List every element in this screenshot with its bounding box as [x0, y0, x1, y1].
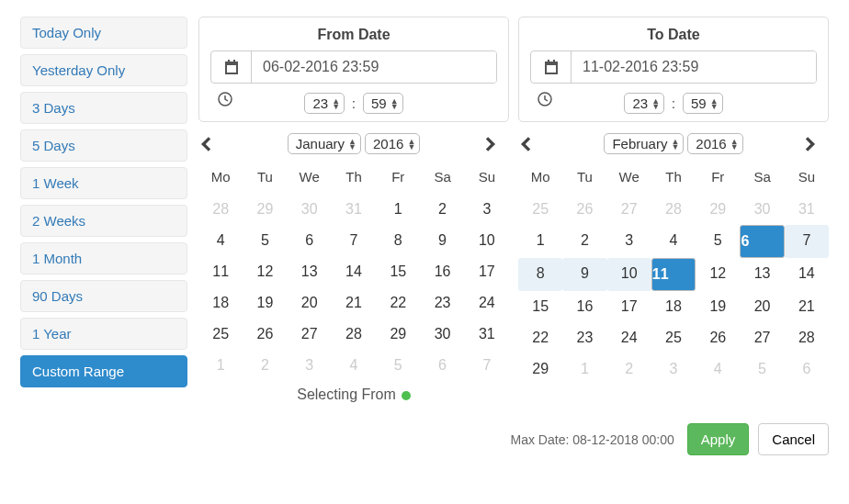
calendar-day[interactable]: 5: [376, 350, 420, 381]
next-month-button[interactable]: [805, 137, 827, 151]
preset-yesterday-only[interactable]: Yesterday Only: [20, 54, 187, 86]
calendar-day[interactable]: 7: [332, 225, 376, 256]
preset-custom-range[interactable]: Custom Range: [20, 355, 187, 387]
calendar-day[interactable]: 11: [651, 258, 696, 291]
preset-5-days[interactable]: 5 Days: [20, 129, 187, 162]
calendar-day[interactable]: 2: [562, 225, 606, 258]
from-month-select[interactable]: January▲▼: [288, 133, 361, 154]
from-hour-select[interactable]: 23▲▼: [304, 93, 345, 114]
calendar-day[interactable]: 25: [198, 319, 243, 350]
calendar-day[interactable]: 28: [198, 194, 243, 225]
from-date-input[interactable]: [210, 50, 497, 84]
calendar-day[interactable]: 6: [740, 225, 784, 258]
calendar-day[interactable]: 12: [243, 256, 287, 287]
calendar-day[interactable]: 24: [607, 322, 651, 353]
to-hour-select[interactable]: 23▲▼: [624, 93, 664, 114]
to-month-select[interactable]: February▲▼: [604, 133, 684, 154]
calendar-day[interactable]: 16: [562, 291, 606, 322]
calendar-day[interactable]: 28: [651, 194, 696, 225]
calendar-day[interactable]: 18: [651, 291, 696, 322]
calendar-day[interactable]: 26: [562, 194, 606, 225]
calendar-day[interactable]: 28: [785, 322, 829, 353]
calendar-day[interactable]: 16: [420, 256, 464, 287]
preset-1-week[interactable]: 1 Week: [20, 167, 187, 199]
calendar-day[interactable]: 31: [332, 194, 376, 225]
calendar-day[interactable]: 4: [651, 225, 696, 258]
calendar-day[interactable]: 7: [785, 225, 829, 258]
calendar-day[interactable]: 29: [696, 194, 740, 225]
apply-button[interactable]: Apply: [687, 423, 750, 455]
calendar-day[interactable]: 30: [740, 194, 784, 225]
calendar-day[interactable]: 1: [376, 194, 420, 225]
calendar-day[interactable]: 1: [198, 350, 243, 381]
cancel-button[interactable]: Cancel: [758, 423, 829, 455]
calendar-day[interactable]: 10: [465, 225, 509, 256]
calendar-day[interactable]: 12: [696, 258, 740, 291]
calendar-day[interactable]: 30: [420, 319, 464, 350]
calendar-day[interactable]: 23: [420, 287, 464, 319]
calendar-day[interactable]: 8: [518, 258, 562, 291]
calendar-day[interactable]: 4: [696, 353, 740, 385]
calendar-day[interactable]: 3: [288, 350, 332, 381]
calendar-day[interactable]: 3: [651, 353, 696, 385]
calendar-day[interactable]: 13: [740, 258, 784, 291]
calendar-day[interactable]: 17: [607, 291, 651, 322]
calendar-day[interactable]: 14: [332, 256, 376, 287]
calendar-day[interactable]: 25: [651, 322, 696, 353]
calendar-day[interactable]: 5: [696, 225, 740, 258]
calendar-day[interactable]: 24: [465, 287, 509, 319]
calendar-day[interactable]: 8: [376, 225, 420, 256]
calendar-day[interactable]: 2: [243, 350, 287, 381]
from-minute-select[interactable]: 59▲▼: [363, 93, 403, 114]
calendar-day[interactable]: 17: [465, 256, 509, 287]
calendar-day[interactable]: 20: [740, 291, 784, 322]
calendar-day[interactable]: 26: [696, 322, 740, 353]
calendar-day[interactable]: 6: [288, 225, 332, 256]
preset-1-year[interactable]: 1 Year: [20, 318, 187, 350]
calendar-day[interactable]: 20: [288, 287, 332, 319]
calendar-day[interactable]: 5: [740, 353, 784, 385]
calendar-day[interactable]: 3: [465, 194, 509, 225]
to-minute-select[interactable]: 59▲▼: [683, 93, 723, 114]
preset-90-days[interactable]: 90 Days: [20, 280, 187, 312]
calendar-day[interactable]: 21: [785, 291, 829, 322]
from-date-field[interactable]: [252, 51, 496, 83]
calendar-day[interactable]: 29: [376, 319, 420, 350]
calendar-day[interactable]: 22: [518, 322, 562, 353]
calendar-day[interactable]: 6: [420, 350, 464, 381]
next-month-button[interactable]: [485, 137, 507, 151]
preset-today-only[interactable]: Today Only: [20, 17, 187, 49]
calendar-day[interactable]: 2: [607, 353, 651, 385]
calendar-day[interactable]: 19: [696, 291, 740, 322]
calendar-day[interactable]: 7: [465, 350, 509, 381]
calendar-day[interactable]: 1: [518, 225, 562, 258]
calendar-day[interactable]: 13: [288, 256, 332, 287]
calendar-day[interactable]: 25: [518, 194, 562, 225]
calendar-day[interactable]: 15: [376, 256, 420, 287]
calendar-day[interactable]: 1: [562, 353, 606, 385]
prev-month-button[interactable]: [520, 137, 542, 151]
preset-2-weeks[interactable]: 2 Weeks: [20, 205, 187, 237]
calendar-day[interactable]: 4: [332, 350, 376, 381]
calendar-day[interactable]: 31: [785, 194, 829, 225]
calendar-day[interactable]: 3: [607, 225, 651, 258]
calendar-day[interactable]: 22: [376, 287, 420, 319]
calendar-day[interactable]: 29: [243, 194, 287, 225]
calendar-day[interactable]: 29: [518, 353, 562, 385]
calendar-day[interactable]: 18: [198, 287, 243, 319]
calendar-day[interactable]: 5: [243, 225, 287, 256]
calendar-day[interactable]: 31: [465, 319, 509, 350]
to-date-field[interactable]: [572, 51, 816, 83]
calendar-day[interactable]: 28: [332, 319, 376, 350]
calendar-day[interactable]: 27: [607, 194, 651, 225]
to-date-input[interactable]: [530, 50, 817, 84]
calendar-day[interactable]: 2: [420, 194, 464, 225]
calendar-day[interactable]: 9: [420, 225, 464, 256]
calendar-day[interactable]: 30: [288, 194, 332, 225]
preset-1-month[interactable]: 1 Month: [20, 242, 187, 274]
calendar-day[interactable]: 14: [785, 258, 829, 291]
calendar-day[interactable]: 21: [332, 287, 376, 319]
prev-month-button[interactable]: [200, 137, 222, 151]
to-year-select[interactable]: 2016▲▼: [687, 133, 742, 154]
calendar-day[interactable]: 4: [198, 225, 243, 256]
